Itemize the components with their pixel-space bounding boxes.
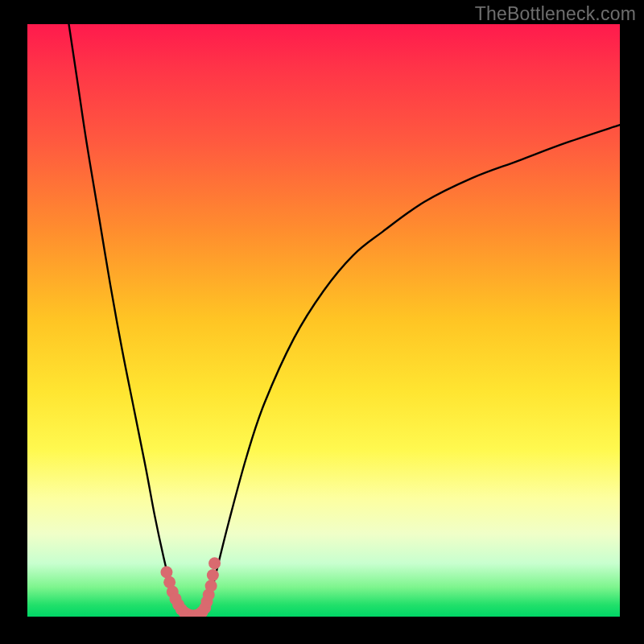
watermark-text: TheBottleneck.com [475,3,636,25]
curve-left-branch [69,24,182,611]
highlight-marker [207,569,219,581]
chart-frame: TheBottleneck.com [0,0,644,644]
highlight-marker [208,557,221,569]
highlight-marker [205,580,217,592]
plot-area [27,24,620,617]
curve-svg [27,24,620,617]
curve-right-branch [205,125,620,611]
highlight-markers [160,557,221,617]
